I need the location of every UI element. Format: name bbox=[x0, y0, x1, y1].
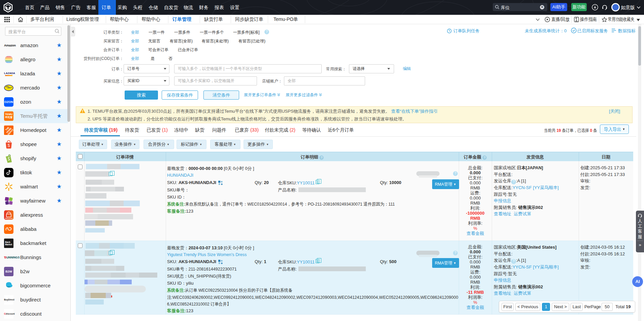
svg-text:AliExpress: AliExpress bbox=[5, 217, 13, 219]
